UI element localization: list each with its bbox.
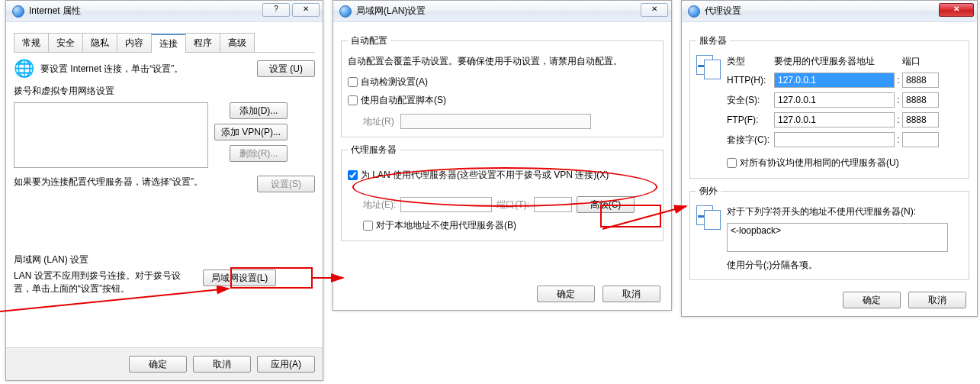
ftp-port-input[interactable] (902, 112, 939, 127)
port-t-input[interactable] (534, 197, 572, 212)
exceptions-hint: 使用分号(;)分隔各项。 (727, 259, 962, 272)
tab-programs[interactable]: 程序 (185, 33, 220, 52)
pages-icon (696, 205, 721, 227)
dialup-listbox[interactable] (14, 102, 208, 168)
remove-button[interactable]: 删除(R)... (230, 145, 288, 162)
globe-icon: 🌐 (14, 59, 34, 79)
add-button[interactable]: 添加(D)... (230, 102, 288, 119)
bypass-local-checkbox[interactable]: 对于本地地址不使用代理服务器(B) (363, 219, 516, 232)
exceptions-legend: 例外 (696, 185, 721, 198)
use-proxy-checkbox[interactable]: 为 LAN 使用代理服务器(这些设置不用于拨号或 VPN 连接)(X) (348, 169, 609, 182)
proxy-group: 代理服务器 为 LAN 使用代理服务器(这些设置不用于拨号或 VPN 连接)(X… (341, 144, 664, 241)
tab-connections[interactable]: 连接 (151, 34, 186, 53)
settings-button[interactable]: 设置(S) (257, 176, 315, 192)
dialog-buttons: 确定 取消 (682, 284, 977, 316)
setup-button[interactable]: 设置 (U) (257, 60, 315, 77)
dialup-group-label: 拨号和虚拟专用网络设置 (14, 85, 315, 98)
dialog-buttons: 确定 取消 (333, 278, 671, 310)
socks-port-input[interactable] (902, 132, 939, 147)
header-type: 类型 (727, 55, 774, 68)
ok-button[interactable]: 确定 (537, 286, 595, 302)
title-text: 代理设置 (705, 5, 741, 18)
address-e-input[interactable] (400, 197, 492, 212)
title-text: Internet 属性 (29, 5, 81, 18)
cancel-button[interactable]: 取消 (908, 292, 966, 308)
socks-addr-input[interactable] (774, 132, 895, 147)
same-all-checkbox[interactable]: 对所有协议均使用相同的代理服务器(U) (727, 157, 899, 169)
lan-note: LAN 设置不应用到拨号连接。对于拨号设置，单击上面的“设置”按钮。 (14, 269, 197, 295)
close-button[interactable]: ✕ (641, 3, 668, 17)
servers-legend: 服务器 (696, 34, 730, 47)
titlebar[interactable]: Internet 属性 ? ✕ (6, 1, 323, 22)
tab-security[interactable]: 安全 (48, 33, 83, 52)
tab-privacy[interactable]: 隐私 (82, 33, 117, 52)
titlebar[interactable]: 局域网(LAN)设置 ✕ (333, 1, 671, 22)
apply-button[interactable]: 应用(A) (257, 356, 315, 373)
internet-icon (688, 5, 700, 18)
header-addr: 要使用的代理服务器地址 (774, 55, 895, 68)
internet-properties-dialog: Internet 属性 ? ✕ 常规 安全 隐私 内容 连接 程序 高级 🌐 要… (5, 0, 323, 381)
secure-addr-input[interactable] (774, 92, 895, 108)
tabs: 常规 安全 隐私 内容 连接 程序 高级 (14, 33, 315, 53)
tab-advanced[interactable]: 高级 (220, 33, 255, 52)
titlebar[interactable]: 代理设置 ✕ (682, 1, 977, 22)
servers-table: 类型 要使用的代理服务器地址 端口 HTTP(H): : 安全(S): : FT… (727, 55, 939, 147)
auto-script-checkbox[interactable]: 使用自动配置脚本(S) (348, 94, 446, 107)
lan-settings-button[interactable]: 局域网设置(L) (203, 269, 276, 286)
internet-icon (12, 5, 24, 18)
address-r-label: 地址(R) (363, 115, 394, 128)
tab-general[interactable]: 常规 (14, 33, 49, 52)
exceptions-group: 例外 对于下列字符开头的地址不使用代理服务器(N): 使用分号(;)分隔各项。 (689, 185, 969, 280)
ftp-addr-input[interactable] (774, 112, 895, 127)
help-button[interactable]: ? (262, 3, 290, 17)
secure-label: 安全(S): (727, 94, 774, 107)
tab-content[interactable]: 内容 (117, 33, 152, 52)
connection-hint: 要设置 Internet 连接，单击“设置”。 (40, 63, 251, 76)
dialup-note: 如果要为连接配置代理服务器，请选择“设置”。 (14, 176, 251, 189)
auto-config-legend: 自动配置 (348, 34, 390, 47)
socks-label: 套接字(C): (727, 134, 774, 147)
http-label: HTTP(H): (727, 75, 774, 86)
auto-detect-checkbox[interactable]: 自动检测设置(A) (348, 76, 428, 89)
exceptions-input[interactable] (727, 223, 948, 252)
http-port-input[interactable] (902, 73, 939, 88)
ftp-label: FTP(F): (727, 115, 774, 125)
proxy-legend: 代理服务器 (348, 144, 400, 157)
ok-button[interactable]: 确定 (129, 356, 187, 373)
secure-port-input[interactable] (902, 92, 939, 108)
http-addr-input[interactable] (774, 73, 895, 88)
cancel-button[interactable]: 取消 (193, 356, 251, 373)
exceptions-label: 对于下列字符开头的地址不使用代理服务器(N): (727, 205, 962, 218)
dialog-buttons: 确定 取消 应用(A) (6, 347, 323, 380)
address-r-input[interactable] (400, 114, 591, 129)
proxy-settings-dialog: 代理设置 ✕ 服务器 类型 要使用的代理服务器地址 端口 HTTP(H): : … (681, 0, 978, 317)
auto-config-note: 自动配置会覆盖手动设置。要确保使用手动设置，请禁用自动配置。 (348, 55, 657, 68)
header-port: 端口 (902, 55, 939, 68)
close-button[interactable]: ✕ (292, 3, 320, 17)
address-e-label: 地址(E): (363, 198, 396, 211)
lan-group-label: 局域网 (LAN) 设置 (14, 253, 315, 266)
port-t-label: 端口(T): (496, 198, 529, 211)
auto-config-group: 自动配置 自动配置会覆盖手动设置。要确保使用手动设置，请禁用自动配置。 自动检测… (341, 34, 664, 137)
servers-group: 服务器 类型 要使用的代理服务器地址 端口 HTTP(H): : 安全(S): … (689, 34, 969, 179)
pages-icon (696, 55, 721, 76)
cancel-button[interactable]: 取消 (602, 286, 660, 302)
advanced-button[interactable]: 高级(C) (577, 196, 635, 213)
lan-settings-dialog: 局域网(LAN)设置 ✕ 自动配置 自动配置会覆盖手动设置。要确保使用手动设置，… (333, 0, 672, 311)
ok-button[interactable]: 确定 (843, 292, 901, 308)
close-button[interactable]: ✕ (939, 3, 974, 17)
add-vpn-button[interactable]: 添加 VPN(P)... (214, 124, 288, 140)
title-text: 局域网(LAN)设置 (356, 5, 426, 18)
internet-icon (339, 5, 352, 18)
